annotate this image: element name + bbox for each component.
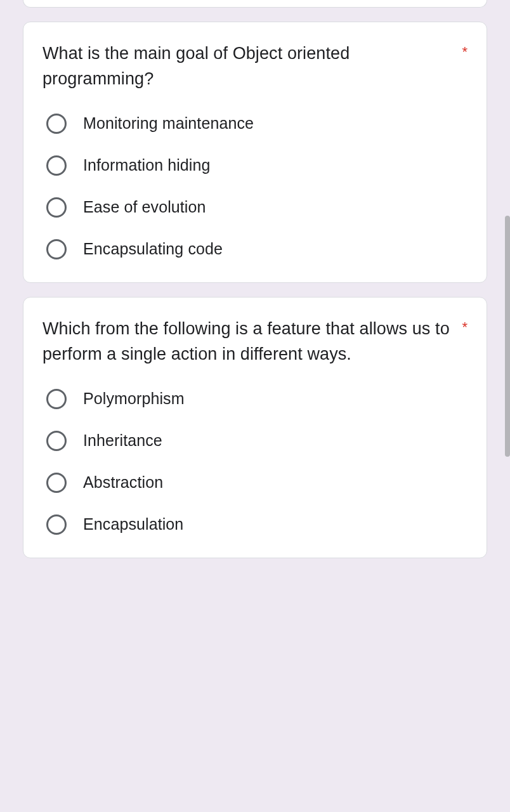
radio-icon xyxy=(46,114,67,134)
option-label: Abstraction xyxy=(83,473,163,492)
question-header: Which from the following is a feature th… xyxy=(43,317,468,367)
radio-option[interactable]: Inheritance xyxy=(46,431,468,451)
radio-icon xyxy=(46,389,67,409)
radio-icon xyxy=(46,239,67,259)
question-text: Which from the following is a feature th… xyxy=(43,317,450,367)
option-label: Information hiding xyxy=(83,156,211,174)
options-group: Polymorphism Inheritance Abstraction Enc… xyxy=(43,389,468,535)
radio-icon xyxy=(46,155,67,176)
option-label: Encapsulating code xyxy=(83,240,223,258)
required-indicator: * xyxy=(462,44,468,60)
option-label: Polymorphism xyxy=(83,390,185,408)
radio-icon xyxy=(46,473,67,493)
radio-option[interactable]: Abstraction xyxy=(46,473,468,493)
question-text: What is the main goal of Object oriented… xyxy=(43,41,450,92)
radio-option[interactable]: Monitoring maintenance xyxy=(46,114,468,134)
form-container: What is the main goal of Object oriented… xyxy=(0,0,510,558)
radio-option[interactable]: Encapsulation xyxy=(46,514,468,535)
radio-option[interactable]: Encapsulating code xyxy=(46,239,468,259)
options-group: Monitoring maintenance Information hidin… xyxy=(43,114,468,259)
question-card-1: What is the main goal of Object oriented… xyxy=(23,22,487,283)
option-label: Inheritance xyxy=(83,431,162,450)
previous-card-edge xyxy=(23,0,487,8)
option-label: Ease of evolution xyxy=(83,198,206,216)
radio-icon xyxy=(46,431,67,451)
scrollbar-thumb[interactable] xyxy=(505,216,510,457)
radio-option[interactable]: Information hiding xyxy=(46,155,468,176)
required-indicator: * xyxy=(462,319,468,336)
radio-option[interactable]: Ease of evolution xyxy=(46,197,468,218)
radio-icon xyxy=(46,197,67,218)
question-card-2: Which from the following is a feature th… xyxy=(23,297,487,558)
radio-icon xyxy=(46,514,67,535)
option-label: Encapsulation xyxy=(83,515,183,534)
question-header: What is the main goal of Object oriented… xyxy=(43,41,468,92)
radio-option[interactable]: Polymorphism xyxy=(46,389,468,409)
option-label: Monitoring maintenance xyxy=(83,114,254,133)
